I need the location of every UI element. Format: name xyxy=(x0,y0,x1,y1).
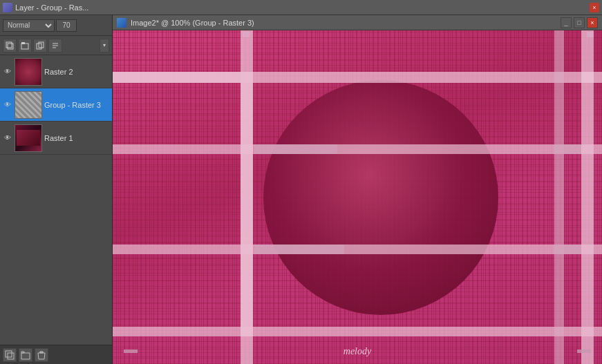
opacity-input[interactable] xyxy=(56,19,77,32)
layer-name-raster2: Raster 2 xyxy=(44,68,109,76)
layer-item-group-raster3[interactable]: 👁 Group - Raster 3 xyxy=(0,88,112,122)
layer-panel-close[interactable]: × xyxy=(590,3,599,12)
layer-name-group: Group - Raster 3 xyxy=(44,101,109,109)
bottom-left-bar xyxy=(124,349,138,353)
layer-visibility-raster1[interactable]: 👁 xyxy=(3,133,12,143)
layer-name-raster1: Raster 1 xyxy=(44,134,109,142)
add-group-button[interactable] xyxy=(19,348,32,362)
layer-tool-2[interactable] xyxy=(18,39,32,52)
svg-rect-7 xyxy=(8,353,14,359)
canvas-title-bar: Image2* @ 100% (Group - Raster 3) _ □ × xyxy=(113,15,602,30)
right-deco-2 xyxy=(554,245,581,254)
duplicate-icon xyxy=(36,41,44,50)
add-layer-icon xyxy=(5,350,15,360)
layer-list: 👁 Raster 2 👁 Group - Raster 3 xyxy=(0,55,112,345)
h-bar-mid-lower xyxy=(113,245,602,254)
layer-tool-4[interactable] xyxy=(48,39,62,52)
layer-visibility-group[interactable]: 👁 xyxy=(3,100,12,110)
top-left-rect xyxy=(113,72,241,83)
properties-icon xyxy=(51,41,59,50)
accent-bar-2 xyxy=(254,245,344,254)
svg-rect-6 xyxy=(6,351,12,357)
add-group-icon xyxy=(21,350,30,360)
layer-tool-3[interactable] xyxy=(33,39,47,52)
eye-icon-group: 👁 xyxy=(4,101,11,108)
main-circle xyxy=(263,80,498,315)
new-layer-icon xyxy=(6,41,14,50)
layer-thumb-raster1 xyxy=(15,124,42,152)
cross-left-vert xyxy=(241,72,253,336)
svg-rect-1 xyxy=(8,44,13,49)
svg-rect-0 xyxy=(6,42,12,48)
layer-tools-arrow[interactable]: ▾ xyxy=(100,39,109,52)
right-deco-1 xyxy=(554,144,581,154)
layer-panel-title: Layer - Group - Ras... xyxy=(15,3,88,12)
eye-icon-raster1: 👁 xyxy=(4,134,11,142)
bottom-right-bar xyxy=(577,349,591,353)
layer-tool-1[interactable] xyxy=(3,39,17,52)
layer-visibility-raster2[interactable]: 👁 xyxy=(3,67,12,77)
h-bar-mid-upper xyxy=(113,144,602,154)
blend-mode-select[interactable]: Normal xyxy=(3,19,55,32)
v-bar-right-inner xyxy=(554,30,564,364)
accent-bar-1 xyxy=(254,144,337,154)
delete-layer-button[interactable] xyxy=(35,348,48,362)
new-group-icon xyxy=(21,41,29,50)
layer-item-raster1[interactable]: 👁 Raster 1 xyxy=(0,122,112,155)
canvas-close[interactable]: × xyxy=(587,17,598,28)
layer-thumb-raster2 xyxy=(15,58,42,86)
delete-layer-icon xyxy=(37,350,46,360)
canvas-content[interactable]: melody xyxy=(113,30,602,364)
canvas-maximize[interactable]: □ xyxy=(574,17,585,28)
canvas-icon xyxy=(117,18,126,28)
canvas-title: Image2* @ 100% (Group - Raster 3) xyxy=(131,19,254,27)
svg-rect-2 xyxy=(21,44,28,49)
add-layer-button[interactable] xyxy=(3,348,17,362)
svg-rect-3 xyxy=(21,42,25,44)
layer-thumb-group xyxy=(15,91,42,119)
layer-item-raster2[interactable]: 👁 Raster 2 xyxy=(0,55,112,88)
layer-panel-bottom xyxy=(0,345,112,364)
eye-icon-raster2: 👁 xyxy=(4,68,11,75)
layer-panel-icon xyxy=(3,3,12,12)
h-bar-bottom xyxy=(113,327,602,336)
canvas-minimize[interactable]: _ xyxy=(561,17,572,28)
top-small-bar-left xyxy=(243,32,250,37)
top-small-bar-right xyxy=(587,32,594,37)
top-right-rect xyxy=(581,72,594,83)
canvas-bottom-text: melody xyxy=(344,346,371,357)
